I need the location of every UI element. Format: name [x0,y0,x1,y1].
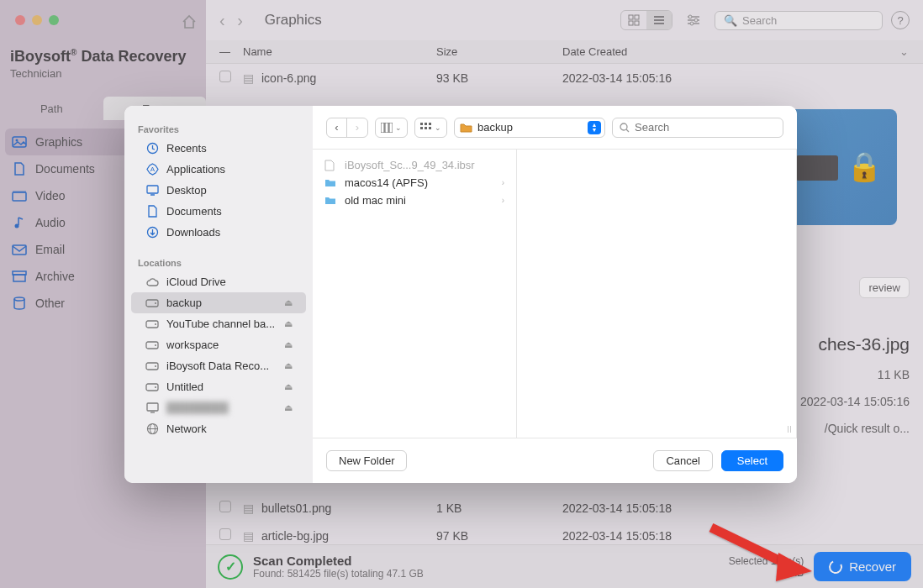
folder-item[interactable]: macos14 (APFS) › [313,174,516,192]
picker-main: ‹ › ⌄ ⌄ backup ▲▼ [313,106,797,483]
eject-icon[interactable]: ⏏ [284,381,293,392]
cancel-button[interactable]: Cancel [653,450,712,471]
chevron-right-icon: › [502,178,504,187]
sidebar-item-applications[interactable]: AApplications [131,159,306,180]
browser-column: iBoysoft_Sc...9_49_34.ibsr macos14 (APFS… [313,150,517,438]
path-name: backup [477,121,583,134]
item-label: Desktop [166,184,207,197]
svg-rect-50 [429,127,431,129]
monitor-icon [145,402,160,413]
item-label: Applications [166,163,225,176]
svg-rect-37 [147,403,158,411]
svg-rect-44 [389,123,393,133]
back-button[interactable]: ‹ [327,118,347,137]
path-dropdown-icon[interactable]: ▲▼ [588,121,601,134]
file-picker-dialog: Favorites Recents AApplications Desktop … [124,106,797,483]
search-icon [620,123,630,133]
svg-point-30 [155,323,156,325]
sidebar-item-workspace[interactable]: workspace⏏ [131,334,306,355]
search-input[interactable] [635,121,776,134]
folder-icon [324,196,338,205]
item-label: workspace [166,339,219,351]
disk-icon [145,341,160,349]
sidebar-item-youtube[interactable]: YouTube channel ba...⏏ [131,313,306,334]
svg-rect-49 [425,127,427,129]
sidebar-item-icloud[interactable]: iCloud Drive [131,271,306,292]
svg-point-34 [155,365,156,367]
item-label-blurred: ████████ [166,402,229,414]
section-favorites: Favorites [124,119,313,138]
svg-rect-43 [385,123,388,133]
apps-icon: A [145,163,160,176]
forward-button[interactable]: › [347,118,367,137]
resize-handle[interactable] [782,426,797,433]
svg-rect-46 [425,123,427,125]
svg-point-32 [155,344,156,346]
picker-search[interactable] [612,118,783,138]
svg-rect-47 [429,123,431,125]
path-selector[interactable]: backup ▲▼ [454,118,605,138]
item-label: Downloads [166,226,220,239]
svg-text:A: A [150,165,155,173]
folder-item[interactable]: old mac mini › [313,192,516,209]
item-label: backup [166,297,202,309]
sidebar-item-backup[interactable]: backup⏏ [131,292,306,313]
select-button[interactable]: Select [721,450,783,471]
picker-toolbar: ‹ › ⌄ ⌄ backup ▲▼ [313,106,797,150]
chevron-right-icon: › [502,196,504,205]
item-label: iBoysoft Data Reco... [166,360,269,372]
eject-icon[interactable]: ⏏ [284,297,293,308]
eject-icon[interactable]: ⏏ [284,360,293,371]
svg-rect-45 [420,123,423,125]
disk-icon [145,299,160,307]
svg-rect-24 [147,186,158,193]
cloud-icon [145,277,160,287]
nav-buttons: ‹ › [326,118,368,138]
item-label: iCloud Drive [166,276,226,288]
clock-icon [145,142,160,155]
chevron-down-icon: ⌄ [435,123,441,132]
svg-point-36 [155,386,156,388]
file-item[interactable]: iBoysoft_Sc...9_49_34.ibsr [313,156,516,174]
sidebar-item-documents[interactable]: Documents [131,201,306,222]
svg-point-28 [155,302,156,304]
disk-icon [145,383,160,391]
sidebar-item-recents[interactable]: Recents [131,138,306,159]
svg-line-52 [626,129,629,132]
svg-rect-42 [381,123,384,133]
file-label: macos14 (APFS) [345,176,495,189]
eject-icon[interactable]: ⏏ [284,402,293,413]
svg-point-51 [620,123,627,130]
desktop-icon [145,185,160,196]
folder-icon [460,123,472,133]
sidebar-item-downloads[interactable]: Downloads [131,222,306,243]
sidebar-item-network[interactable]: Network [131,418,306,439]
chevron-down-icon: ⌄ [395,123,402,132]
item-label: Recents [166,142,207,155]
file-label: old mac mini [345,194,495,207]
sidebar-item-iboysoft-disk[interactable]: iBoysoft Data Reco...⏏ [131,355,306,376]
file-label: iBoysoft_Sc...9_49_34.ibsr [345,159,504,171]
column-browser: iBoysoft_Sc...9_49_34.ibsr macos14 (APFS… [313,150,797,438]
item-label: Network [166,423,207,435]
picker-footer: New Folder Cancel Select [313,438,797,483]
icon-size-button[interactable]: ⌄ [414,118,447,138]
sidebar-item-desktop[interactable]: Desktop [131,180,306,201]
columns-icon [381,123,393,133]
sidebar-item-untitled[interactable]: Untitled⏏ [131,376,306,397]
grid-icon [420,123,432,133]
column-view-button[interactable]: ⌄ [375,118,408,138]
section-locations: Locations [124,253,313,271]
sidebar-item-redacted[interactable]: ████████⏏ [131,397,306,418]
disk-icon [145,362,160,370]
eject-icon[interactable]: ⏏ [284,339,293,350]
new-folder-button[interactable]: New Folder [326,450,407,471]
documents-icon [145,205,160,218]
eject-icon[interactable]: ⏏ [284,318,293,329]
item-label: Documents [166,205,222,218]
svg-rect-48 [420,127,423,129]
globe-icon [145,423,160,435]
downloads-icon [145,226,160,239]
folder-icon [324,178,338,187]
browser-column-empty [517,150,797,438]
